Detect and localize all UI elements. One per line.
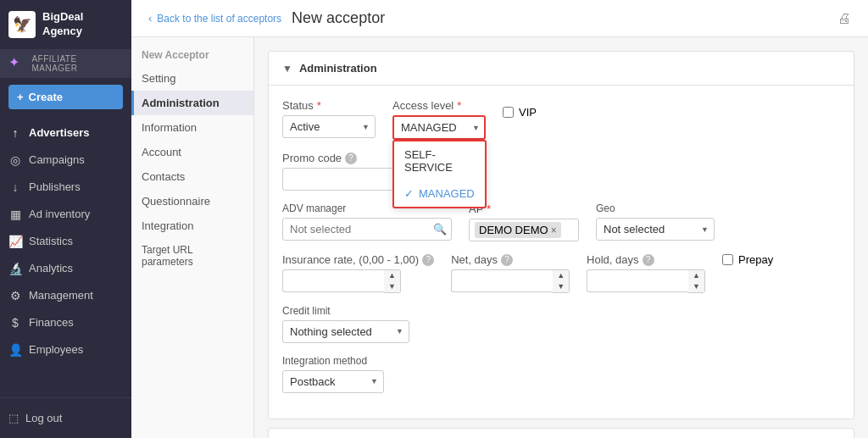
access-level-select[interactable]: MANAGED SELF-SERVICE — [392, 115, 486, 140]
create-plus-icon: + — [17, 91, 24, 103]
publishers-icon: ↓ — [8, 180, 22, 194]
breadcrumb[interactable]: ‹ Back to the list of acceptors — [148, 12, 281, 25]
access-option-managed[interactable]: ✓ MANAGED — [394, 180, 485, 207]
subnav-item-target-url[interactable]: Target URL parameters — [131, 238, 253, 274]
employees-label: Employees — [29, 343, 83, 356]
geo-select[interactable]: Not selected — [596, 218, 715, 241]
integration-method-select-wrapper: Postback — [282, 370, 384, 393]
subnav-item-information[interactable]: Information — [131, 115, 253, 140]
finances-label: Finances — [29, 316, 74, 329]
ap-tag-input[interactable]: DEMO DEMO × — [469, 219, 579, 241]
net-days-increment-btn[interactable]: ▲ — [553, 270, 569, 281]
sub-nav: New Acceptor Setting Administration Info… — [131, 37, 254, 438]
section-administration-chevron: ▼ — [282, 63, 292, 75]
promo-info-icon[interactable]: ? — [345, 152, 357, 164]
sidebar-item-finances[interactable]: $ Finances — [0, 309, 131, 336]
sidebar-item-analytics[interactable]: 🔬 Analytics — [0, 255, 131, 282]
ad-inventory-icon: ▦ — [8, 208, 22, 221]
statistics-icon: 📈 — [8, 235, 22, 248]
section-administration-title: Administration — [299, 62, 377, 75]
publishers-label: Publishers — [29, 180, 81, 193]
integration-method-select[interactable]: Postback — [282, 370, 384, 393]
hold-days-info-icon[interactable]: ? — [643, 254, 654, 266]
statistics-label: Statistics — [29, 235, 73, 247]
status-label: Status * — [282, 99, 376, 112]
insurance-spinner-btns: ▲ ▼ — [384, 269, 401, 293]
subnav-item-administration[interactable]: Administration — [131, 91, 253, 115]
credit-limit-select-wrapper: Nothing selected — [282, 320, 409, 343]
subnav-item-setting[interactable]: Setting — [131, 66, 253, 91]
management-icon: ⚙ — [8, 289, 22, 302]
ap-tag: DEMO DEMO × — [475, 222, 561, 238]
main-area: ‹ Back to the list of acceptors New acce… — [131, 0, 868, 438]
page-title: New acceptor — [292, 9, 385, 27]
form-group-net-days: Net, days ? ▲ ▼ — [451, 253, 570, 293]
back-arrow-icon: ‹ — [148, 12, 152, 25]
sidebar-footer: ⬚ Log out — [0, 397, 131, 438]
sidebar-item-statistics[interactable]: 📈 Statistics — [0, 228, 131, 255]
insurance-increment-btn[interactable]: ▲ — [384, 270, 400, 281]
sidebar-item-management[interactable]: ⚙ Management — [0, 282, 131, 309]
sidebar-item-employees[interactable]: 👤 Employees — [0, 336, 131, 363]
insurance-label: Insurance rate, (0,00 - 1,00) ? — [282, 253, 434, 266]
status-required: * — [317, 99, 321, 112]
advertisers-label: Advertisers — [29, 126, 90, 139]
topbar-left: ‹ Back to the list of acceptors New acce… — [148, 9, 385, 27]
adv-manager-search-wrap: 🔍 — [282, 218, 452, 241]
content-area: New Acceptor Setting Administration Info… — [131, 37, 868, 438]
section-administration-header[interactable]: ▼ Administration — [269, 52, 854, 86]
ap-tag-remove[interactable]: × — [551, 225, 557, 236]
adv-manager-search-button[interactable]: 🔍 — [433, 223, 447, 236]
insurance-info-icon[interactable]: ? — [422, 254, 434, 266]
net-days-decrement-btn[interactable]: ▼ — [553, 281, 569, 292]
sidebar-item-campaigns[interactable]: ◎ Campaigns — [0, 147, 131, 174]
ap-tag-value: DEMO DEMO — [479, 224, 548, 236]
form-group-credit-limit: Credit limit Nothing selected — [282, 305, 409, 343]
form-group-ap: AP * DEMO DEMO × — [469, 202, 579, 241]
subnav-item-questionnaire[interactable]: Questionnaire — [131, 189, 253, 213]
employees-icon: 👤 — [8, 343, 22, 357]
access-option-self-service[interactable]: SELF-SERVICE — [394, 141, 485, 180]
sidebar-item-ad-inventory[interactable]: ▦ Ad inventory — [0, 201, 131, 228]
net-days-spinner: ▲ ▼ — [451, 269, 570, 293]
prepay-checkbox[interactable] — [722, 254, 733, 265]
access-check-icon: ✓ — [404, 187, 414, 200]
status-select[interactable]: Active Inactive — [282, 115, 376, 138]
form-row-promo: Promo code ? — [282, 152, 840, 191]
section-information-header[interactable]: › Information — [269, 429, 854, 438]
subnav-item-integration[interactable]: Integration — [131, 213, 253, 238]
insurance-input[interactable] — [282, 269, 384, 292]
print-button[interactable]: 🖨 — [837, 11, 851, 26]
access-level-select-wrapper: MANAGED SELF-SERVICE — [392, 115, 486, 140]
section-administration-body: Status * Active Inactive — [269, 86, 854, 419]
subnav-item-contacts[interactable]: Contacts — [131, 164, 253, 189]
logout-label: Log out — [25, 412, 62, 424]
access-level-label: Access level * — [392, 99, 486, 112]
hold-days-input[interactable] — [587, 269, 688, 292]
form-row-credit: Credit limit Nothing selected — [282, 305, 840, 343]
form-row-adv-ap-geo: ADV manager 🔍 AP * — [282, 202, 840, 241]
insurance-decrement-btn[interactable]: ▼ — [384, 281, 400, 292]
logout-item[interactable]: ⬚ Log out — [0, 405, 131, 431]
form-row-status-access: Status * Active Inactive — [282, 99, 840, 140]
form-group-vip: VIP — [503, 99, 537, 122]
logout-icon: ⬚ — [8, 412, 19, 424]
hold-days-decrement-btn[interactable]: ▼ — [688, 281, 704, 292]
form-group-geo: Geo Not selected — [596, 202, 715, 241]
breadcrumb-link[interactable]: Back to the list of acceptors — [157, 13, 281, 25]
form-area: ▼ Administration Status * — [254, 37, 868, 438]
hold-days-label: Hold, days ? — [587, 253, 705, 266]
create-button[interactable]: + Create — [8, 85, 123, 109]
advertisers-icon: ↑ — [8, 126, 22, 140]
sidebar-item-advertisers[interactable]: ↑ Advertisers — [0, 119, 131, 147]
vip-checkbox[interactable] — [503, 107, 514, 118]
credit-limit-select[interactable]: Nothing selected — [282, 320, 409, 343]
net-days-input[interactable] — [451, 269, 553, 292]
net-days-info-icon[interactable]: ? — [501, 254, 513, 266]
adv-manager-input[interactable] — [282, 218, 452, 241]
insurance-spinner: ▲ ▼ — [282, 269, 434, 293]
sidebar-item-publishers[interactable]: ↓ Publishers — [0, 174, 131, 201]
subnav-item-account[interactable]: Account — [131, 140, 253, 164]
hold-days-increment-btn[interactable]: ▲ — [688, 270, 704, 281]
finances-icon: $ — [8, 316, 22, 330]
